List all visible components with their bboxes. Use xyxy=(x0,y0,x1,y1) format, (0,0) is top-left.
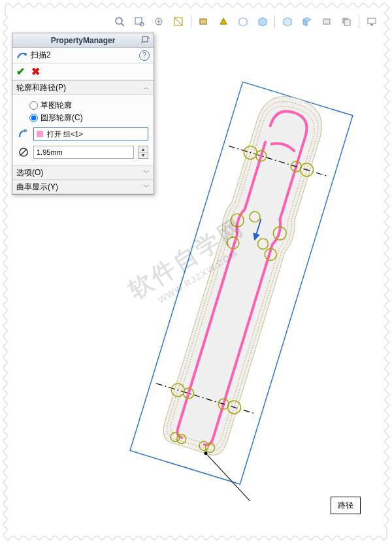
svg-rect-6 xyxy=(200,19,206,24)
svg-rect-7 xyxy=(323,19,330,24)
zoom-prev-icon[interactable] xyxy=(150,14,167,29)
path-callout: 路径 xyxy=(331,497,361,514)
zoom-fit-icon[interactable] xyxy=(111,14,128,29)
svg-line-1 xyxy=(122,24,124,26)
svg-line-35 xyxy=(196,453,259,501)
path-selection-row: 打开 组<1> xyxy=(18,127,148,140)
screen-icon[interactable] xyxy=(363,14,380,29)
svg-rect-9 xyxy=(344,20,350,25)
chevron-down-icon: ﹀ xyxy=(143,182,150,191)
ok-button[interactable]: ✔ xyxy=(16,65,25,78)
pm-title: PropertyManager xyxy=(51,36,116,45)
svg-rect-36 xyxy=(142,37,148,42)
appearance-icon[interactable] xyxy=(254,14,271,29)
view-orientation-icon[interactable] xyxy=(195,14,212,29)
property-manager-panel: PropertyManager 扫描2 ? ✔ ✖ 轮廓和路径(P) ︿ 草图轮… xyxy=(12,33,154,195)
selection-color-icon xyxy=(37,131,43,137)
feature-header: 扫描2 ? xyxy=(12,48,154,63)
svg-rect-10 xyxy=(368,18,376,24)
radio-sketch-profile[interactable]: 草图轮廓 xyxy=(29,100,148,111)
feature-name: 扫描2 xyxy=(31,50,51,61)
scene-icon[interactable] xyxy=(279,14,296,29)
svg-point-0 xyxy=(116,18,122,24)
cancel-button[interactable]: ✖ xyxy=(31,65,40,78)
chevron-up-icon: ︿ xyxy=(143,83,150,92)
section-curvature[interactable]: 曲率显示(Y) ﹀ xyxy=(12,180,154,194)
diameter-icon xyxy=(18,146,29,158)
display-style-icon[interactable] xyxy=(215,14,232,29)
profile-path-body: 草图轮廓 圆形轮廓(C) 打开 组<1> 1.95mm ▲ ▼ xyxy=(12,95,154,165)
zoom-area-icon[interactable] xyxy=(131,14,148,29)
section-profile-path[interactable]: 轮廓和路径(P) ︿ xyxy=(12,80,154,95)
diameter-input[interactable]: 1.95mm xyxy=(33,146,134,159)
radio-circle-profile[interactable]: 圆形轮廓(C) xyxy=(29,112,148,123)
section-options[interactable]: 选项(O) ﹀ xyxy=(12,165,154,180)
heads-up-toolbar xyxy=(111,12,380,31)
svg-point-37 xyxy=(24,53,27,56)
diameter-row: 1.95mm ▲ ▼ xyxy=(18,146,148,159)
spin-down-icon[interactable]: ▼ xyxy=(139,153,148,159)
path-selection-input[interactable]: 打开 组<1> xyxy=(33,127,148,140)
draft-icon[interactable] xyxy=(318,14,335,29)
path-icon xyxy=(18,128,29,140)
pm-title-bar: PropertyManager xyxy=(12,33,154,48)
spin-up-icon[interactable]: ▲ xyxy=(139,146,148,153)
pin-icon[interactable] xyxy=(140,35,151,45)
ok-cancel-row: ✔ ✖ xyxy=(12,63,154,80)
render-icon[interactable] xyxy=(299,14,316,29)
sweep-icon xyxy=(16,50,27,61)
spinner-buttons[interactable]: ▲ ▼ xyxy=(138,146,148,159)
svg-rect-2 xyxy=(135,18,142,24)
hide-show-icon[interactable] xyxy=(235,14,252,29)
shadow-icon[interactable] xyxy=(338,14,355,29)
section-view-icon[interactable] xyxy=(170,14,187,29)
help-icon[interactable]: ? xyxy=(139,50,150,61)
chevron-down-icon: ﹀ xyxy=(143,168,150,177)
svg-line-40 xyxy=(20,149,27,156)
